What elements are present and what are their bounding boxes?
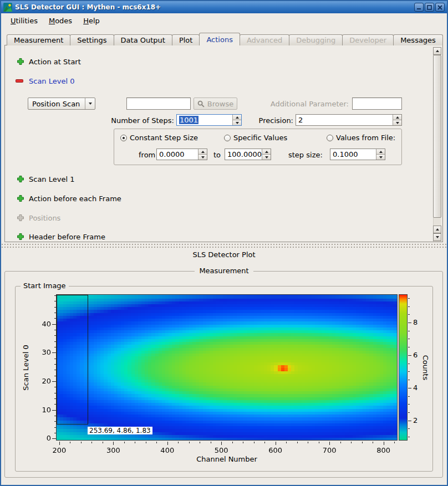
spin-down-button[interactable] xyxy=(198,154,207,160)
x-axis-minor-tick xyxy=(340,442,341,443)
y-axis-tick-label: 10 xyxy=(27,406,51,414)
spin-up-button[interactable] xyxy=(262,149,271,154)
x-axis-tick xyxy=(384,442,384,445)
x-axis-minor-tick xyxy=(243,442,243,443)
expand-plus-icon[interactable] xyxy=(17,195,24,202)
spin-up-button[interactable] xyxy=(393,115,401,120)
spin-up-button[interactable] xyxy=(198,149,207,154)
maximize-button[interactable] xyxy=(425,3,434,12)
y-axis-tick-label: 40 xyxy=(27,320,51,328)
heatmap-canvas[interactable] xyxy=(57,295,397,440)
values-from-file-radio[interactable] xyxy=(327,135,333,141)
combo-dropdown-arrow-icon[interactable] xyxy=(85,98,95,109)
titlebar[interactable]: SLS Detector GUI : Mythen - mcs6x18+ xyxy=(1,1,447,13)
x-axis-minor-tick xyxy=(91,442,92,443)
x-axis-minor-tick xyxy=(189,442,190,443)
values-from-file-label[interactable]: Values from File: xyxy=(336,134,395,142)
x-axis-minor-tick xyxy=(103,442,103,443)
menu-modes[interactable]: Modes xyxy=(44,15,77,27)
x-axis-minor-tick xyxy=(394,442,395,443)
y-axis-tick xyxy=(52,324,56,325)
y-axis-minor-tick xyxy=(54,318,56,319)
action-before-each-frame-label[interactable]: Action before each Frame xyxy=(29,195,121,203)
y-axis-minor-tick xyxy=(54,393,56,393)
x-axis-minor-tick xyxy=(373,442,373,443)
colorbar-minor-tick xyxy=(408,404,410,405)
y-axis-minor-tick xyxy=(54,364,56,365)
expand-plus-icon[interactable] xyxy=(17,175,24,183)
spin-up-button[interactable] xyxy=(233,115,241,120)
scrollbar-down-button[interactable] xyxy=(433,233,441,241)
tab-settings[interactable]: Settings xyxy=(70,34,114,45)
tab-messages[interactable]: Messages xyxy=(393,34,443,45)
y-axis-tick xyxy=(52,410,56,411)
from-spinbox[interactable]: 0.0000 xyxy=(156,149,207,160)
spin-up-button[interactable] xyxy=(376,149,385,154)
constant-step-size-label[interactable]: Constant Step Size xyxy=(130,134,198,142)
y-axis-minor-tick xyxy=(54,335,56,336)
scrollbar-up-button-2[interactable] xyxy=(433,226,441,233)
y-axis-minor-tick xyxy=(54,359,56,359)
x-axis-tick-label: 700 xyxy=(318,446,340,454)
scan-script-input[interactable] xyxy=(126,98,191,110)
splitter-handle[interactable] xyxy=(1,243,447,249)
x-axis-tick-label: 400 xyxy=(156,446,179,454)
x-axis-minor-tick xyxy=(308,442,308,443)
menubar: Utilities Modes Help xyxy=(1,13,447,28)
scrollbar-thumb[interactable] xyxy=(433,55,441,218)
y-axis-minor-tick xyxy=(54,330,56,330)
step-mode-groupbox: Constant Step Size Specific Values Value… xyxy=(114,129,402,165)
tab-advanced: Advanced xyxy=(240,34,289,45)
x-axis-tick-label: 800 xyxy=(373,446,395,454)
specific-values-label[interactable]: Specific Values xyxy=(233,134,287,142)
spin-down-button[interactable] xyxy=(376,154,385,160)
x-axis-minor-tick xyxy=(362,442,363,443)
header-before-frame-label[interactable]: Header before Frame xyxy=(29,233,105,241)
step-size-spinbox[interactable]: 0.1000 xyxy=(330,149,385,160)
heatmap-frame xyxy=(56,294,398,441)
action-at-start-label[interactable]: Action at Start xyxy=(29,58,81,66)
tab-data-output[interactable]: Data Output xyxy=(114,34,172,45)
to-spinbox[interactable]: 100.0000 xyxy=(225,149,271,160)
collapse-minus-icon[interactable] xyxy=(16,79,23,83)
scan-level-1-label[interactable]: Scan Level 1 xyxy=(29,175,74,183)
precision-spinbox[interactable]: 2 xyxy=(296,114,402,126)
constant-step-size-radio[interactable] xyxy=(120,135,127,141)
specific-values-radio[interactable] xyxy=(224,135,231,141)
colorbar-tick-label: 2 xyxy=(413,416,418,424)
expand-plus-icon[interactable] xyxy=(17,58,24,65)
spin-down-button[interactable] xyxy=(233,120,241,125)
menu-help[interactable]: Help xyxy=(78,15,105,27)
colorbar-minor-tick xyxy=(408,428,410,429)
y-axis-minor-tick xyxy=(54,376,56,376)
x-axis-minor-tick xyxy=(81,442,82,443)
x-axis-label: Channel Number xyxy=(156,455,297,463)
spin-down-button[interactable] xyxy=(262,154,271,160)
y-axis-tick xyxy=(52,381,56,382)
tab-measurement[interactable]: Measurement xyxy=(7,34,70,45)
scrollbar-up-button[interactable] xyxy=(433,47,441,55)
y-axis-tick xyxy=(52,352,56,353)
colorbar-minor-tick xyxy=(408,306,410,307)
x-axis-minor-tick xyxy=(264,442,265,443)
scan-level-0-label[interactable]: Scan Level 0 xyxy=(29,77,74,85)
expand-plus-icon[interactable] xyxy=(17,233,24,241)
x-axis-minor-tick xyxy=(135,442,135,443)
x-axis-minor-tick xyxy=(286,442,287,443)
y-axis-minor-tick xyxy=(54,433,56,433)
spin-down-button[interactable] xyxy=(393,120,401,125)
tab-actions[interactable]: Actions xyxy=(199,33,240,45)
y-axis-minor-tick xyxy=(54,295,56,296)
y-axis-label: Scan Level 0 xyxy=(22,298,30,438)
number-of-steps-spinbox[interactable]: 1001 xyxy=(176,114,242,126)
close-button[interactable] xyxy=(435,3,445,12)
scan-mode-select[interactable]: Position Scan xyxy=(28,98,95,110)
y-axis-tick-label: 0 xyxy=(27,434,51,442)
menu-utilities[interactable]: Utilities xyxy=(6,15,43,27)
start-image-groupbox: Start Image Scan Level 0 Channel Number … xyxy=(15,286,433,472)
additional-parameter-input[interactable] xyxy=(352,98,402,110)
x-axis-minor-tick xyxy=(200,442,200,443)
minimize-button[interactable] xyxy=(414,3,424,12)
colorbar-minor-tick xyxy=(408,331,410,331)
tab-plot[interactable]: Plot xyxy=(172,34,200,45)
